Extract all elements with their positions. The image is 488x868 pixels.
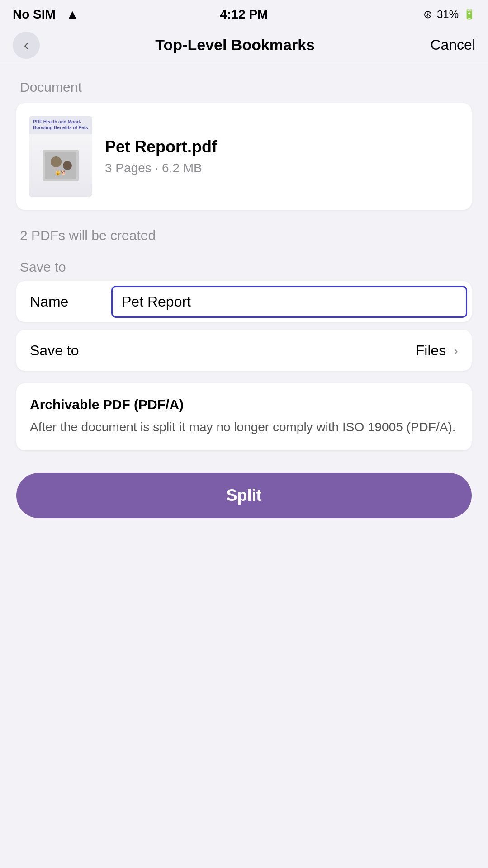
document-meta: 3 Pages · 6.2 MB <box>105 161 459 175</box>
name-row: Name <box>16 281 472 322</box>
back-chevron-icon: ‹ <box>24 37 29 53</box>
battery-label: 31% <box>437 8 459 21</box>
pdf-thumb-body: 🐱🐕 <box>29 134 92 197</box>
lock-icon: ⊛ <box>423 8 432 21</box>
name-row-card: Name <box>16 281 472 322</box>
wifi-icon: ▲ <box>66 7 79 21</box>
warning-card: Archivable PDF (PDF/A) After the documen… <box>16 383 472 450</box>
warning-text: After the document is split it may no lo… <box>30 418 458 437</box>
save-to-card[interactable]: Save to Files › <box>16 330 472 371</box>
split-button[interactable]: Split <box>16 473 472 518</box>
status-right: ⊛ 31% 🔋 <box>423 8 475 21</box>
document-card: PDF Health and Mood-Boosting Benefits of… <box>16 103 472 210</box>
pdf-thumb-image: 🐱🐕 <box>43 150 79 181</box>
name-input[interactable] <box>111 286 467 318</box>
save-to-label: Save to <box>30 342 79 359</box>
carrier-label: No SIM ▲ <box>13 7 79 22</box>
time-label: 4:12 PM <box>220 7 268 22</box>
battery-icon: 🔋 <box>463 9 475 20</box>
nav-title: Top-Level Bookmarks <box>40 36 430 54</box>
cancel-button[interactable]: Cancel <box>430 37 475 53</box>
nav-bar: ‹ Top-Level Bookmarks Cancel <box>0 27 488 63</box>
save-to-section-label: Save to <box>20 259 472 275</box>
pdf-thumbnail: PDF Health and Mood-Boosting Benefits of… <box>29 116 92 197</box>
name-input-wrapper <box>107 286 472 318</box>
svg-point-1 <box>51 156 62 167</box>
document-section-label: Document <box>20 80 472 95</box>
svg-point-2 <box>63 161 72 170</box>
pdfs-created-info: 2 PDFs will be created <box>20 228 472 243</box>
save-to-value: Files <box>416 342 446 359</box>
back-button[interactable]: ‹ <box>13 32 40 59</box>
pdf-thumb-header: PDF Health and Mood-Boosting Benefits of… <box>29 116 92 134</box>
document-name: Pet Report.pdf <box>105 137 459 156</box>
document-info: Pet Report.pdf 3 Pages · 6.2 MB <box>105 137 459 175</box>
main-content: Document PDF Health and Mood-Boosting Be… <box>0 63 488 552</box>
save-to-right: Files › <box>416 342 458 359</box>
status-bar: No SIM ▲ 4:12 PM ⊛ 31% 🔋 <box>0 0 488 27</box>
warning-title: Archivable PDF (PDF/A) <box>30 397 458 412</box>
svg-text:🐱🐕: 🐱🐕 <box>55 170 66 176</box>
chevron-right-icon: › <box>453 342 458 359</box>
save-to-row[interactable]: Save to Files › <box>16 330 472 371</box>
name-label: Name <box>16 293 107 310</box>
